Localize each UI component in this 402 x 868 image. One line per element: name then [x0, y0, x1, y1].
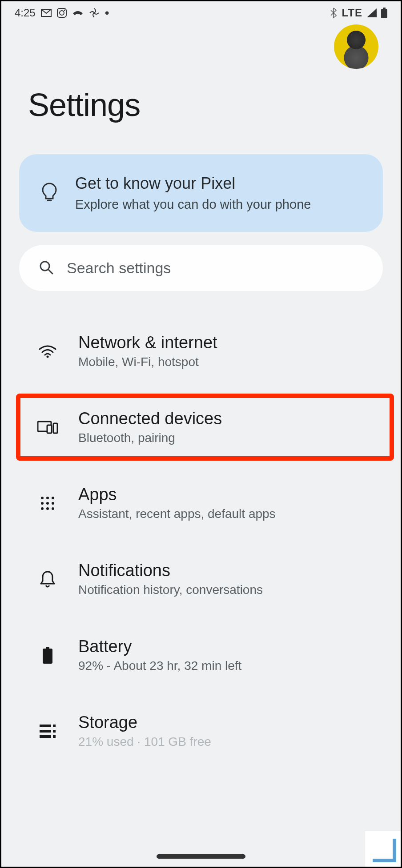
- svg-rect-24: [40, 730, 51, 733]
- status-bar: 4:25 • LTE: [1, 1, 401, 24]
- setting-title: Connected devices: [78, 409, 374, 428]
- wifi-icon: [37, 345, 58, 358]
- svg-point-16: [52, 502, 54, 505]
- header: Settings: [1, 24, 401, 141]
- svg-rect-22: [40, 725, 51, 727]
- svg-point-15: [46, 502, 49, 505]
- battery-full-icon: [37, 647, 58, 664]
- setting-title: Network & internet: [78, 333, 374, 352]
- svg-rect-25: [53, 730, 56, 733]
- navigation-handle[interactable]: [157, 854, 245, 859]
- phone-hangup-icon: [72, 10, 84, 16]
- svg-line-6: [48, 270, 52, 274]
- network-type: LTE: [342, 7, 362, 19]
- status-time: 4:25: [15, 7, 36, 19]
- tip-text: Get to know your Pixel Explore what you …: [75, 174, 311, 212]
- svg-rect-26: [40, 735, 51, 738]
- setting-subtitle: 21% used · 101 GB free: [78, 735, 374, 749]
- setting-text: Storage 21% used · 101 GB free: [78, 713, 374, 749]
- setting-subtitle: Notification history, conversations: [78, 583, 374, 597]
- setting-title: Notifications: [78, 561, 374, 580]
- search-icon: [39, 260, 53, 276]
- settings-item-network[interactable]: Network & internet Mobile, Wi-Fi, hotspo…: [1, 313, 401, 389]
- svg-rect-21: [43, 649, 52, 664]
- svg-rect-27: [53, 735, 56, 738]
- settings-list: Network & internet Mobile, Wi-Fi, hotspo…: [1, 313, 401, 749]
- search-placeholder: Search settings: [67, 259, 171, 277]
- setting-title: Battery: [78, 637, 374, 656]
- lightbulb-icon: [41, 183, 57, 204]
- settings-item-notifications[interactable]: Notifications Notification history, conv…: [1, 541, 401, 617]
- setting-title: Apps: [78, 485, 374, 504]
- settings-item-apps[interactable]: Apps Assistant, recent apps, default app…: [1, 465, 401, 541]
- svg-point-11: [41, 497, 44, 499]
- bluetooth-icon: [330, 8, 337, 18]
- svg-rect-9: [47, 425, 52, 433]
- svg-point-17: [41, 507, 44, 510]
- settings-item-connected-devices[interactable]: Connected devices Bluetooth, pairing: [1, 389, 401, 465]
- tip-card[interactable]: Get to know your Pixel Explore what you …: [19, 154, 383, 232]
- more-notifications-dot: •: [105, 7, 109, 19]
- devices-icon: [37, 420, 58, 435]
- status-right: LTE: [330, 7, 387, 19]
- svg-rect-23: [53, 725, 56, 727]
- setting-subtitle: Assistant, recent apps, default apps: [78, 507, 374, 521]
- setting-text: Battery 92% - About 23 hr, 32 min left: [78, 637, 374, 673]
- status-left: 4:25 •: [15, 7, 109, 19]
- gmail-icon: [41, 9, 52, 17]
- svg-rect-3: [383, 8, 386, 9]
- svg-point-12: [46, 497, 49, 499]
- setting-title: Storage: [78, 713, 374, 732]
- svg-point-14: [41, 502, 44, 505]
- svg-point-19: [52, 507, 54, 510]
- setting-text: Network & internet Mobile, Wi-Fi, hotspo…: [78, 333, 374, 369]
- svg-point-1: [60, 11, 64, 15]
- settings-item-storage[interactable]: Storage 21% used · 101 GB free: [1, 693, 401, 749]
- watermark: [365, 831, 401, 867]
- signal-icon: [367, 8, 377, 17]
- tip-subtitle: Explore what you can do with your phone: [75, 197, 311, 212]
- photos-pinwheel-icon: [89, 8, 100, 18]
- svg-rect-4: [381, 9, 387, 18]
- setting-text: Connected devices Bluetooth, pairing: [78, 409, 374, 445]
- svg-point-18: [46, 507, 49, 510]
- battery-icon: [381, 8, 387, 18]
- search-settings[interactable]: Search settings: [19, 245, 383, 291]
- svg-point-13: [52, 497, 54, 499]
- storage-icon: [37, 725, 58, 738]
- apps-grid-icon: [37, 496, 58, 510]
- svg-rect-10: [53, 423, 57, 433]
- setting-subtitle: Bluetooth, pairing: [78, 431, 374, 445]
- setting-text: Apps Assistant, recent apps, default app…: [78, 485, 374, 521]
- setting-subtitle: 92% - About 23 hr, 32 min left: [78, 659, 374, 673]
- page-title: Settings: [28, 87, 374, 123]
- svg-rect-20: [46, 647, 49, 649]
- svg-point-2: [64, 10, 65, 11]
- setting-text: Notifications Notification history, conv…: [78, 561, 374, 597]
- tip-title: Get to know your Pixel: [75, 174, 311, 193]
- profile-avatar[interactable]: [334, 24, 378, 69]
- bell-icon: [37, 570, 58, 588]
- setting-subtitle: Mobile, Wi-Fi, hotspot: [78, 355, 374, 369]
- settings-item-battery[interactable]: Battery 92% - About 23 hr, 32 min left: [1, 617, 401, 693]
- svg-point-7: [47, 355, 49, 358]
- instagram-icon: [57, 8, 67, 18]
